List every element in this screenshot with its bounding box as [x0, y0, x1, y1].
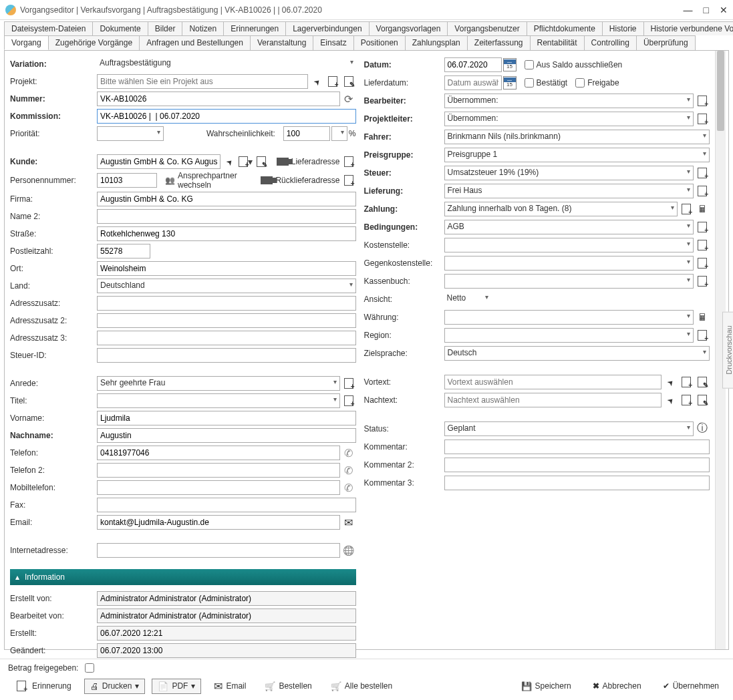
druckvorschau-tab[interactable]: Druckvorschau [722, 311, 733, 388]
vortext-new-icon[interactable] [679, 375, 694, 389]
zahlung-new-icon[interactable] [679, 202, 694, 216]
lieferdatum-input[interactable] [444, 75, 502, 90]
tab-veranstaltung[interactable]: Veranstaltung [250, 35, 313, 50]
kunde-input[interactable] [97, 154, 221, 169]
strasse-input[interactable] [97, 226, 356, 241]
lieferung-new-icon[interactable] [695, 184, 710, 198]
tab-vorgangsvorlagen[interactable]: Vorgangsvorlagen [369, 21, 448, 35]
tab-historie[interactable]: Historie [602, 21, 644, 35]
prioritaet-select[interactable] [97, 126, 164, 141]
vorname-input[interactable] [97, 411, 356, 425]
bedingungen-select[interactable]: AGB [444, 220, 694, 234]
internet-open-icon[interactable] [341, 543, 356, 558]
uebernehmen-button[interactable]: Übernehmen [657, 679, 725, 694]
tab-rentabilität[interactable]: Rentabilität [530, 35, 585, 50]
kommentar3-input[interactable] [444, 476, 710, 490]
datum-input[interactable] [444, 57, 502, 72]
internet-input[interactable] [97, 543, 340, 558]
vortext-input[interactable] [444, 375, 662, 389]
ansicht-select[interactable]: Netto [444, 292, 491, 307]
drucken-button[interactable]: Drucken ▾ [84, 679, 146, 694]
tab-positionen[interactable]: Positionen [353, 35, 406, 50]
telefon2-input[interactable] [97, 463, 340, 478]
status-info-icon[interactable] [695, 421, 710, 436]
variation-value[interactable]: Auftragsbestätigung [97, 57, 356, 71]
lieferadresse-new-icon[interactable] [341, 154, 356, 169]
titel-new-icon[interactable] [341, 393, 356, 408]
vortext-select-icon[interactable] [663, 375, 678, 389]
ort-input[interactable] [97, 261, 356, 276]
bestellen-button[interactable]: Bestellen [259, 679, 317, 694]
datum-calendar-icon[interactable]: —15 [503, 58, 517, 71]
tab-pflichtdokumente[interactable]: Pflichtdokumente [527, 21, 603, 35]
gegenkostenstelle-new-icon[interactable] [695, 256, 710, 271]
betrag-freigegeben-checkbox[interactable] [85, 663, 94, 673]
close-button[interactable]: ✕ [720, 5, 728, 15]
bearbeiter-select[interactable]: Übernommen: [444, 94, 694, 108]
kunde-select-icon[interactable] [222, 154, 237, 169]
bedingungen-new-icon[interactable] [695, 220, 710, 234]
waehrung-select[interactable] [444, 310, 694, 325]
minimize-button[interactable]: — [684, 5, 693, 15]
steuer-new-icon[interactable] [695, 166, 710, 180]
projekt-select-icon[interactable] [309, 74, 324, 89]
region-new-icon[interactable] [695, 328, 710, 343]
projekt-new-icon[interactable] [325, 74, 340, 89]
name2-input[interactable] [97, 209, 356, 224]
telefon-input[interactable] [97, 446, 340, 460]
region-select[interactable] [444, 328, 694, 343]
projektleiter-select[interactable]: Übernommen: [444, 112, 694, 126]
maximize-button[interactable]: □ [704, 5, 709, 15]
kunde-edit-icon[interactable] [254, 154, 269, 169]
tab-einsatz[interactable]: Einsatz [313, 35, 353, 50]
kassenbuch-new-icon[interactable] [695, 274, 710, 289]
tab-vorgang[interactable]: Vorgang [4, 35, 49, 50]
mobiltelefon-call-icon[interactable] [341, 480, 356, 495]
kunde-new-dropdown-icon[interactable]: ▾ [238, 154, 253, 169]
tab-anfragen-und-bestellungen[interactable]: Anfragen und Bestellungen [139, 35, 251, 50]
wahrscheinlichkeit-dropdown[interactable] [331, 126, 347, 141]
email-send-icon[interactable] [341, 515, 356, 530]
steuer-select[interactable]: Umsatzsteuer 19% (19%) [444, 166, 694, 180]
land-select[interactable]: Deutschland [97, 279, 356, 293]
telefon2-call-icon[interactable] [341, 463, 356, 478]
fahrer-select[interactable]: Brinkmann Nils (nils.brinkmann) [444, 130, 710, 144]
ruecklieferadresse-link[interactable]: Rücklieferadresse [261, 176, 339, 185]
information-section-header[interactable]: ▴ Information [10, 569, 356, 585]
zielsprache-select[interactable]: Deutsch [444, 346, 710, 361]
email-input[interactable] [97, 515, 340, 530]
steuerid-input[interactable] [97, 348, 356, 363]
nummer-input[interactable] [97, 92, 340, 106]
freigabe-checkbox[interactable]: Freigabe [575, 78, 619, 88]
kommission-input[interactable] [97, 109, 356, 124]
erinnerung-button[interactable]: Erinnerung [8, 676, 78, 696]
adresszusatz2-input[interactable] [97, 313, 356, 328]
projekt-edit-icon[interactable] [341, 74, 356, 89]
nachtext-input[interactable] [444, 393, 662, 407]
projekt-input[interactable] [97, 74, 308, 89]
anrede-new-icon[interactable] [341, 376, 356, 391]
nachname-input[interactable] [97, 428, 356, 443]
gegenkostenstelle-select[interactable] [444, 256, 694, 271]
tab-erinnerungen[interactable]: Erinnerungen [223, 21, 286, 35]
tab-zeiterfassung[interactable]: Zeiterfassung [467, 35, 531, 50]
speichern-button[interactable]: Speichern [515, 679, 577, 694]
ruecklieferadresse-new-icon[interactable] [341, 173, 356, 188]
wahrscheinlichkeit-input[interactable] [283, 126, 330, 141]
abbrechen-button[interactable]: Abbrechen [587, 679, 647, 694]
bearbeiter-new-icon[interactable] [695, 94, 710, 108]
tab-historie-verbundene-vorgänge[interactable]: Historie verbundene Vorgänge [643, 21, 733, 35]
tab-bilder[interactable]: Bilder [148, 21, 183, 35]
bestaetigt-checkbox[interactable]: Bestätigt [525, 78, 568, 88]
vortext-edit-icon[interactable] [695, 375, 710, 389]
lieferung-select[interactable]: Frei Haus [444, 184, 694, 198]
tab-überprüfung[interactable]: Überprüfung [636, 35, 696, 50]
personennummer-input[interactable] [97, 173, 157, 188]
adresszusatz3-input[interactable] [97, 331, 356, 345]
pdf-button[interactable]: PDF ▾ [152, 679, 201, 694]
kommentar-input[interactable] [444, 440, 710, 454]
tab-notizen[interactable]: Notizen [182, 21, 224, 35]
lieferadresse-link[interactable]: Lieferadresse [277, 157, 340, 166]
firma-input[interactable] [97, 192, 356, 206]
ansprechpartner-wechseln-link[interactable]: Ansprechpartner wechseln [165, 171, 259, 190]
